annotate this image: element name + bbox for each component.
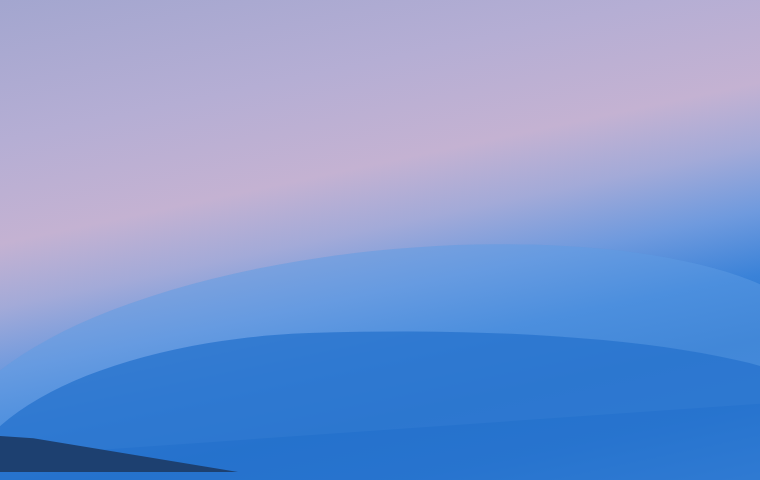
desktop-wallpaper: [0, 0, 760, 480]
screen-bezel-reflection: [0, 466, 760, 480]
